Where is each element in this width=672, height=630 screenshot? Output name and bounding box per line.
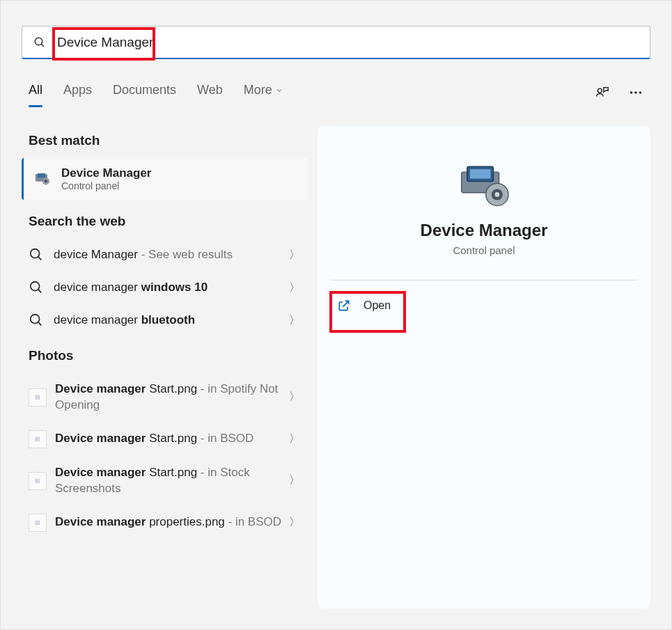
svg-point-5 bbox=[639, 91, 642, 94]
preview-title: Device Manager bbox=[318, 221, 650, 240]
svg-point-3 bbox=[630, 91, 633, 94]
chevron-right-icon: 〉 bbox=[289, 390, 300, 404]
chevron-right-icon: 〉 bbox=[289, 281, 300, 295]
best-match-subtitle: Control panel bbox=[61, 180, 151, 191]
tab-web[interactable]: Web bbox=[197, 83, 223, 102]
photo-result[interactable]: ▤ Device manager Start.png - in Stock Sc… bbox=[22, 457, 307, 505]
device-manager-large-icon bbox=[453, 161, 515, 210]
svg-line-11 bbox=[38, 257, 42, 260]
image-thumbnail-icon: ▤ bbox=[29, 472, 47, 490]
svg-line-1 bbox=[41, 44, 44, 47]
chevron-right-icon: 〉 bbox=[289, 432, 300, 446]
search-icon bbox=[33, 36, 46, 49]
svg-point-12 bbox=[31, 282, 40, 291]
svg-rect-7 bbox=[38, 173, 45, 178]
feedback-icon[interactable] bbox=[595, 85, 610, 100]
preview-subtitle: Control panel bbox=[318, 244, 650, 256]
section-search-web: Search the web bbox=[22, 207, 307, 239]
chevron-down-icon bbox=[275, 86, 283, 95]
best-match-result[interactable]: Device Manager Control panel bbox=[22, 158, 307, 200]
svg-point-4 bbox=[634, 91, 637, 94]
web-result[interactable]: device Manager - See web results 〉 bbox=[22, 239, 307, 271]
search-input[interactable] bbox=[57, 35, 639, 50]
section-photos: Photos bbox=[22, 341, 307, 373]
svg-point-0 bbox=[35, 38, 42, 45]
svg-point-10 bbox=[31, 249, 40, 258]
image-thumbnail-icon: ▤ bbox=[29, 514, 47, 532]
search-box[interactable] bbox=[22, 26, 650, 59]
photo-result[interactable]: ▤ Device manager properties.png - in BSO… bbox=[22, 505, 307, 540]
tab-all[interactable]: All bbox=[29, 83, 42, 102]
svg-line-15 bbox=[38, 322, 42, 326]
tab-apps[interactable]: Apps bbox=[63, 83, 92, 102]
open-action[interactable]: Open bbox=[322, 289, 646, 322]
image-thumbnail-icon: ▤ bbox=[29, 430, 47, 448]
svg-point-9 bbox=[44, 180, 47, 183]
web-result[interactable]: device manager bluetooth 〉 bbox=[22, 304, 307, 337]
chevron-right-icon: 〉 bbox=[289, 473, 300, 488]
divider bbox=[331, 280, 636, 281]
more-options-icon[interactable] bbox=[628, 85, 643, 100]
search-icon bbox=[29, 247, 44, 262]
photo-result[interactable]: ▤ Device manager Start.png - in BSOD 〉 bbox=[22, 422, 307, 457]
image-thumbnail-icon: ▤ bbox=[29, 388, 47, 407]
search-icon bbox=[29, 280, 44, 295]
svg-point-14 bbox=[31, 315, 40, 324]
svg-point-2 bbox=[597, 88, 602, 93]
device-manager-icon bbox=[33, 170, 52, 188]
tab-more[interactable]: More bbox=[244, 83, 283, 102]
chevron-right-icon: 〉 bbox=[289, 313, 300, 328]
svg-point-21 bbox=[494, 192, 499, 197]
filter-tabs-row: All Apps Documents Web More bbox=[29, 83, 643, 102]
chevron-right-icon: 〉 bbox=[289, 515, 300, 530]
svg-line-13 bbox=[38, 290, 42, 293]
open-external-icon bbox=[337, 299, 351, 313]
search-icon bbox=[29, 313, 44, 328]
chevron-right-icon: 〉 bbox=[289, 248, 300, 262]
open-action-label: Open bbox=[364, 299, 391, 312]
best-match-title: Device Manager bbox=[61, 166, 151, 180]
section-best-match: Best match bbox=[22, 126, 307, 158]
svg-rect-18 bbox=[470, 169, 491, 178]
photo-result[interactable]: ▤ Device manager Start.png - in Spotify … bbox=[22, 373, 307, 422]
tab-documents[interactable]: Documents bbox=[113, 83, 176, 102]
web-result[interactable]: device manager windows 10 〉 bbox=[22, 271, 307, 304]
preview-panel: Device Manager Control panel Open bbox=[318, 126, 650, 608]
